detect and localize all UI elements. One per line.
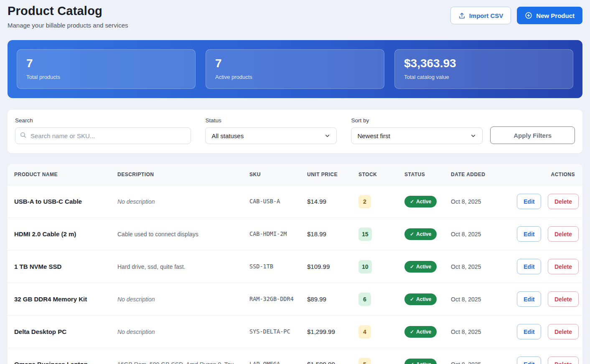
product-description-cell: Hard drive, ssd, quite fast. [111,250,243,283]
column-header-status: STATUS [398,164,444,185]
product-stock-cell: 5 [352,348,398,364]
column-header-name: PRODUCT NAME [8,164,111,185]
chevron-down-icon [470,133,476,139]
product-price-cell: $109.99 [300,250,352,283]
upload-icon [458,12,465,19]
product-price-cell: $1,299.99 [300,316,352,348]
status-badge: ✓ Active [404,261,437,273]
stock-badge: 6 [359,293,371,306]
product-sku-cell: SSD-1TB [243,250,300,283]
check-icon: ✓ [410,264,414,270]
product-status-cell: ✓ Active [398,250,444,283]
new-product-label: New Product [536,12,575,19]
check-icon: ✓ [410,231,414,237]
column-header-stock: STOCK [352,164,398,185]
stat-label: Total products [26,74,186,80]
product-name-cell: HDMI 2.0 Cable (2 m) [8,218,111,250]
product-description-cell: 16GB Ram, 500 GB SSD, Amd Ryzen 9, Tou..… [111,348,243,364]
sort-select[interactable]: Newest first [351,127,483,144]
product-date-cell: Oct 8, 2025 [444,283,510,316]
product-stock-cell: 2 [352,185,398,218]
check-icon: ✓ [410,296,414,302]
delete-button[interactable]: Delete [548,259,579,274]
stat-value: 7 [215,57,375,70]
product-name-cell: USB-A to USB-C Cable [8,185,111,218]
column-header-desc: DESCRIPTION [111,164,243,185]
table-row: 1 TB NVMe SSD Hard drive, ssd, quite fas… [8,250,582,283]
status-badge: ✓ Active [404,228,437,240]
status-field: Status All statuses [205,117,337,144]
status-label: Status [205,117,337,124]
product-date-cell: Oct 8, 2025 [444,348,510,364]
search-input[interactable] [15,127,191,144]
product-description-cell: No description [111,185,243,218]
stat-value: 7 [26,57,186,70]
delete-button[interactable]: Delete [548,291,579,307]
status-badge: ✓ Active [404,196,437,207]
plus-circle-icon [525,12,532,19]
sort-select-value: Newest first [357,132,390,139]
delete-button[interactable]: Delete [548,324,579,339]
delete-button[interactable]: Delete [548,356,579,364]
edit-button[interactable]: Edit [517,194,541,209]
page-header: Product Catalog Manage your billable pro… [8,4,582,29]
search-label: Search [15,117,191,124]
product-actions-cell: Edit Delete [510,283,582,316]
check-icon: ✓ [410,361,414,364]
status-badge: ✓ Active [404,359,437,364]
product-actions-cell: Edit Delete [510,185,582,218]
product-status-cell: ✓ Active [398,218,444,250]
status-badge: ✓ Active [404,326,437,338]
import-csv-label: Import CSV [469,12,504,19]
delete-button[interactable]: Delete [548,194,579,209]
edit-button[interactable]: Edit [517,324,541,339]
product-stock-cell: 4 [352,316,398,348]
stat-value: $3,363.93 [404,57,564,70]
product-sku-cell: SYS-DELTA-PC [243,316,300,348]
product-actions-cell: Edit Delete [510,348,582,364]
product-date-cell: Oct 8, 2025 [444,250,510,283]
search-icon [20,131,27,139]
apply-filters-button[interactable]: Apply Filters [490,126,575,144]
product-status-cell: ✓ Active [398,283,444,316]
product-date-cell: Oct 8, 2025 [444,185,510,218]
stat-card-catalog-value: $3,363.93 Total catalog value [394,49,573,89]
product-name-cell: 32 GB DDR4 Memory Kit [8,283,111,316]
column-header-price: UNIT PRICE [300,164,352,185]
edit-button[interactable]: Edit [517,226,541,242]
product-price-cell: $14.99 [300,185,352,218]
column-header-actions: ACTIONS [510,164,582,185]
stats-banner: 7 Total products 7 Active products $3,36… [8,40,582,98]
status-select[interactable]: All statuses [205,127,337,144]
delete-button[interactable]: Delete [548,226,579,242]
column-header-sku: SKU [243,164,300,185]
product-actions-cell: Edit Delete [510,218,582,250]
column-header-date: DATE ADDED [444,164,510,185]
sort-field: Sort by Newest first [351,117,483,144]
product-actions-cell: Edit Delete [510,250,582,283]
edit-button[interactable]: Edit [517,291,541,307]
product-stock-cell: 15 [352,218,398,250]
new-product-button[interactable]: New Product [517,7,582,24]
product-description-cell: No description [111,283,243,316]
stat-label: Total catalog value [404,74,564,80]
stat-label: Active products [215,74,375,80]
edit-button[interactable]: Edit [517,259,541,274]
table-row: Delta Desktop PC No description SYS-DELT… [8,316,582,348]
product-status-cell: ✓ Active [398,185,444,218]
edit-button[interactable]: Edit [517,356,541,364]
page-subtitle: Manage your billable products and servic… [8,22,128,29]
stock-badge: 5 [359,358,371,364]
table-row: 32 GB DDR4 Memory Kit No description RAM… [8,283,582,316]
product-actions-cell: Edit Delete [510,316,582,348]
product-name-cell: 1 TB NVMe SSD [8,250,111,283]
stat-card-active-products: 7 Active products [206,49,384,89]
product-price-cell: $1,599.99 [300,348,352,364]
stock-badge: 10 [359,260,372,273]
product-sku-cell: CAB-HDMI-2M [243,218,300,250]
product-status-cell: ✓ Active [398,316,444,348]
product-name-cell: Omega Business Laptop [8,348,111,364]
page-heading: Product Catalog Manage your billable pro… [8,4,128,29]
import-csv-button[interactable]: Import CSV [450,7,511,24]
product-status-cell: ✓ Active [398,348,444,364]
